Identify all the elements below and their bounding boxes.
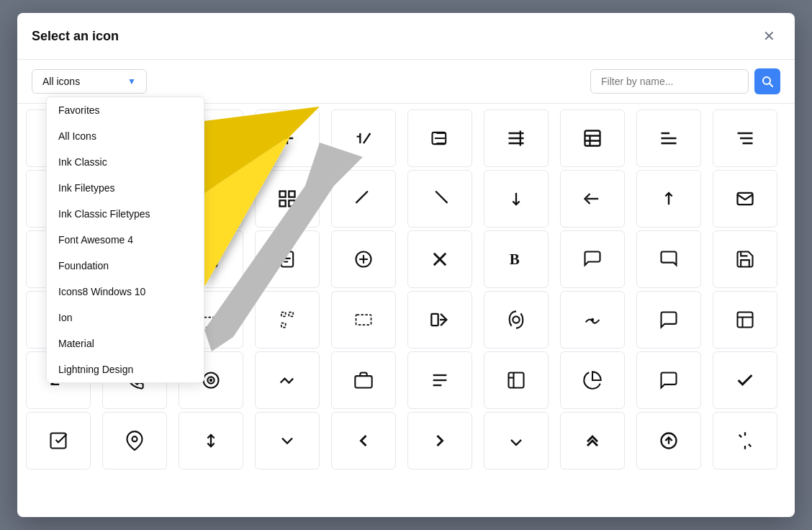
icon-cell[interactable]	[560, 351, 625, 409]
svg-point-69	[592, 319, 593, 320]
icon-cell[interactable]: B	[484, 230, 549, 288]
svg-rect-67	[431, 314, 438, 325]
svg-rect-22	[585, 131, 600, 146]
search-input[interactable]	[590, 69, 749, 94]
icon-cell[interactable]	[560, 109, 625, 167]
dropdown-item-icons8[interactable]: Icons8 Windows 10	[47, 279, 204, 305]
svg-line-42	[356, 192, 368, 203]
icon-cell[interactable]	[255, 170, 320, 228]
icon-cell[interactable]	[331, 351, 396, 409]
icon-cell[interactable]	[636, 230, 701, 288]
icon-cell[interactable]	[713, 412, 777, 470]
modal-header: Select an icon ✕	[17, 13, 795, 60]
modal-title: Select an icon	[32, 29, 119, 44]
svg-rect-81	[51, 434, 66, 449]
svg-line-90	[749, 444, 751, 446]
icon-cell[interactable]	[255, 412, 320, 470]
dropdown-item-ink-classic[interactable]: Ink Classic	[47, 149, 204, 175]
dropdown-item-ink-classic-filetypes[interactable]: Ink Classic Filetypes	[47, 201, 204, 227]
icon-cell[interactable]	[407, 412, 472, 470]
icon-cell[interactable]	[636, 291, 701, 349]
icon-cell[interactable]	[636, 109, 701, 167]
svg-rect-80	[509, 373, 524, 388]
svg-rect-41	[289, 200, 294, 206]
icon-cell[interactable]	[713, 351, 777, 409]
icon-cell[interactable]	[331, 109, 396, 167]
icon-cell[interactable]	[255, 109, 320, 167]
dropdown-item-material[interactable]: Material	[47, 331, 204, 356]
icon-cell[interactable]	[560, 230, 625, 288]
dropdown-item-font-awesome-4[interactable]: Font Awesome 4	[47, 227, 204, 253]
toolbar: All icons ▼ Favorites All Icons Ink Clas…	[17, 60, 795, 104]
dropdown-item-lightning[interactable]: Lightning Design	[47, 356, 204, 382]
icon-cell[interactable]	[484, 170, 549, 228]
svg-line-43	[436, 192, 447, 203]
svg-rect-65	[356, 315, 371, 325]
icon-cell[interactable]	[407, 291, 472, 349]
icon-cell[interactable]	[331, 412, 396, 470]
icon-cell[interactable]	[484, 291, 549, 349]
icon-cell[interactable]	[102, 412, 167, 470]
icon-cell[interactable]	[407, 170, 472, 228]
icon-cell[interactable]	[179, 412, 243, 470]
search-icon	[762, 76, 773, 87]
svg-point-82	[132, 436, 137, 441]
svg-line-89	[739, 435, 741, 437]
icon-cell[interactable]	[331, 291, 396, 349]
close-button[interactable]: ✕	[757, 24, 780, 48]
icon-cell[interactable]	[255, 351, 320, 409]
icon-cell[interactable]	[560, 412, 625, 470]
svg-line-1	[770, 84, 772, 86]
icon-cell[interactable]	[713, 170, 777, 228]
icon-cell[interactable]	[636, 170, 701, 228]
icon-cell[interactable]	[484, 109, 549, 167]
svg-rect-54	[281, 252, 293, 267]
search-button[interactable]	[754, 68, 780, 94]
modal: Select an icon ✕ All icons ▼ Favorites A…	[17, 13, 795, 517]
dropdown-menu: Favorites All Icons Ink Classic Ink File…	[46, 96, 204, 383]
icon-cell[interactable]	[255, 230, 320, 288]
search-wrapper	[590, 68, 780, 94]
icon-cell[interactable]	[713, 230, 777, 288]
dropdown-item-favorites[interactable]: Favorites	[47, 97, 204, 123]
svg-rect-40	[280, 200, 286, 206]
svg-point-75	[210, 379, 212, 381]
icon-cell[interactable]	[26, 412, 91, 470]
svg-rect-38	[280, 192, 286, 197]
icon-cell[interactable]	[407, 351, 472, 409]
dropdown-item-all-icons[interactable]: All Icons	[47, 123, 204, 149]
icon-cell[interactable]	[636, 351, 701, 409]
dropdown-label: All icons	[42, 76, 80, 87]
modal-overlay: Select an icon ✕ All icons ▼ Favorites A…	[0, 0, 812, 530]
dropdown-item-ion[interactable]: Ion	[47, 305, 204, 331]
icon-cell[interactable]	[407, 109, 472, 167]
icon-cell[interactable]	[484, 412, 549, 470]
icon-cell[interactable]	[560, 291, 625, 349]
icon-cell[interactable]	[484, 351, 549, 409]
icon-cell[interactable]	[560, 170, 625, 228]
icon-cell[interactable]	[713, 291, 777, 349]
svg-rect-72	[738, 313, 753, 328]
icon-cell[interactable]	[713, 109, 777, 167]
svg-rect-64	[204, 318, 219, 328]
icon-cell[interactable]	[636, 412, 701, 470]
svg-rect-76	[355, 376, 371, 387]
svg-line-16	[364, 133, 370, 143]
svg-point-68	[513, 316, 519, 323]
icon-cell[interactable]	[255, 291, 320, 349]
dropdown-item-ink-filetypes[interactable]: Ink Filetypes	[47, 175, 204, 201]
icon-cell[interactable]	[407, 230, 472, 288]
category-dropdown[interactable]: All icons ▼	[32, 69, 147, 94]
svg-text:B: B	[510, 251, 520, 268]
svg-rect-39	[289, 192, 294, 197]
dropdown-item-foundation[interactable]: Foundation	[47, 253, 204, 279]
icon-cell[interactable]	[331, 170, 396, 228]
icon-cell[interactable]	[331, 230, 396, 288]
chevron-down-icon: ▼	[127, 76, 136, 86]
category-dropdown-wrapper: All icons ▼ Favorites All Icons Ink Clas…	[32, 69, 147, 94]
